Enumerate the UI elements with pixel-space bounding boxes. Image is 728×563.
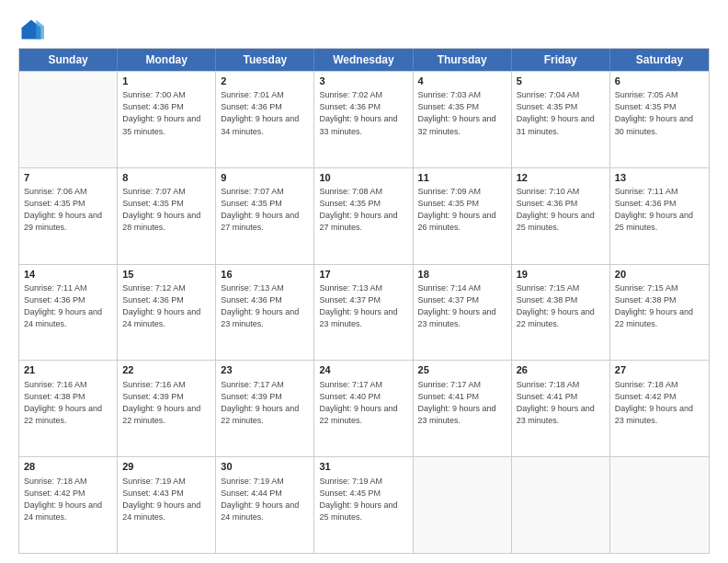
cell-info: Sunrise: 7:07 AMSunset: 4:35 PMDaylight:… bbox=[221, 186, 309, 234]
day-number: 22 bbox=[122, 363, 210, 377]
day-cell-14: 14Sunrise: 7:11 AMSunset: 4:36 PMDayligh… bbox=[19, 265, 118, 361]
weekday-header-thursday: Thursday bbox=[414, 49, 512, 71]
day-number: 13 bbox=[615, 171, 704, 185]
day-number: 29 bbox=[122, 460, 210, 474]
day-cell-20: 20Sunrise: 7:15 AMSunset: 4:38 PMDayligh… bbox=[610, 265, 709, 361]
cell-info: Sunrise: 7:14 AMSunset: 4:37 PMDaylight:… bbox=[418, 282, 506, 330]
day-number: 24 bbox=[319, 363, 407, 377]
day-cell-5: 5Sunrise: 7:04 AMSunset: 4:35 PMDaylight… bbox=[512, 72, 610, 167]
day-cell-13: 13Sunrise: 7:11 AMSunset: 4:36 PMDayligh… bbox=[610, 168, 709, 264]
empty-cell-4-5 bbox=[512, 457, 610, 553]
day-number: 1 bbox=[122, 75, 210, 88]
day-number: 27 bbox=[615, 363, 704, 377]
logo-icon bbox=[18, 17, 44, 42]
cell-info: Sunrise: 7:12 AMSunset: 4:36 PMDaylight:… bbox=[122, 282, 210, 330]
weekday-header-monday: Monday bbox=[118, 49, 216, 71]
day-number: 8 bbox=[122, 171, 210, 185]
day-number: 12 bbox=[517, 171, 605, 185]
svg-marker-1 bbox=[36, 20, 44, 40]
weekday-header-tuesday: Tuesday bbox=[216, 49, 314, 71]
page: SundayMondayTuesdayWednesdayThursdayFrid… bbox=[0, 0, 728, 563]
day-cell-2: 2Sunrise: 7:01 AMSunset: 4:36 PMDaylight… bbox=[216, 72, 314, 167]
day-number: 20 bbox=[615, 268, 704, 282]
day-cell-27: 27Sunrise: 7:18 AMSunset: 4:42 PMDayligh… bbox=[610, 361, 709, 456]
day-cell-11: 11Sunrise: 7:09 AMSunset: 4:35 PMDayligh… bbox=[414, 168, 512, 264]
day-number: 11 bbox=[418, 171, 506, 185]
day-number: 26 bbox=[517, 363, 605, 377]
calendar-header: SundayMondayTuesdayWednesdayThursdayFrid… bbox=[19, 49, 709, 71]
day-number: 23 bbox=[221, 363, 309, 377]
calendar-row-1: 7Sunrise: 7:06 AMSunset: 4:35 PMDaylight… bbox=[19, 167, 709, 264]
cell-info: Sunrise: 7:11 AMSunset: 4:36 PMDaylight:… bbox=[24, 282, 112, 330]
day-number: 14 bbox=[24, 268, 112, 282]
day-number: 30 bbox=[221, 460, 309, 474]
cell-info: Sunrise: 7:16 AMSunset: 4:39 PMDaylight:… bbox=[122, 379, 210, 427]
calendar-row-3: 21Sunrise: 7:16 AMSunset: 4:38 PMDayligh… bbox=[19, 360, 709, 456]
cell-info: Sunrise: 7:17 AMSunset: 4:40 PMDaylight:… bbox=[319, 379, 407, 427]
day-cell-31: 31Sunrise: 7:19 AMSunset: 4:45 PMDayligh… bbox=[314, 457, 413, 553]
cell-info: Sunrise: 7:08 AMSunset: 4:35 PMDaylight:… bbox=[319, 186, 407, 234]
day-cell-8: 8Sunrise: 7:07 AMSunset: 4:35 PMDaylight… bbox=[118, 168, 216, 264]
cell-info: Sunrise: 7:17 AMSunset: 4:39 PMDaylight:… bbox=[221, 379, 309, 427]
day-number: 21 bbox=[24, 363, 112, 377]
day-cell-25: 25Sunrise: 7:17 AMSunset: 4:41 PMDayligh… bbox=[414, 361, 512, 456]
day-cell-16: 16Sunrise: 7:13 AMSunset: 4:36 PMDayligh… bbox=[216, 265, 314, 361]
calendar-row-4: 28Sunrise: 7:18 AMSunset: 4:42 PMDayligh… bbox=[19, 456, 709, 553]
day-number: 10 bbox=[319, 171, 407, 185]
cell-info: Sunrise: 7:07 AMSunset: 4:35 PMDaylight:… bbox=[122, 186, 210, 234]
day-cell-30: 30Sunrise: 7:19 AMSunset: 4:44 PMDayligh… bbox=[216, 457, 314, 553]
day-number: 16 bbox=[221, 268, 309, 282]
weekday-header-sunday: Sunday bbox=[19, 49, 118, 71]
day-cell-7: 7Sunrise: 7:06 AMSunset: 4:35 PMDaylight… bbox=[19, 168, 118, 264]
day-number: 5 bbox=[517, 75, 605, 88]
cell-info: Sunrise: 7:17 AMSunset: 4:41 PMDaylight:… bbox=[418, 379, 506, 427]
cell-info: Sunrise: 7:02 AMSunset: 4:36 PMDaylight:… bbox=[319, 89, 407, 137]
day-number: 19 bbox=[517, 268, 605, 282]
cell-info: Sunrise: 7:18 AMSunset: 4:42 PMDaylight:… bbox=[24, 476, 112, 523]
day-cell-26: 26Sunrise: 7:18 AMSunset: 4:41 PMDayligh… bbox=[512, 361, 610, 456]
cell-info: Sunrise: 7:18 AMSunset: 4:41 PMDaylight:… bbox=[517, 379, 605, 427]
day-number: 4 bbox=[418, 75, 506, 88]
cell-info: Sunrise: 7:15 AMSunset: 4:38 PMDaylight:… bbox=[615, 282, 704, 330]
day-number: 31 bbox=[319, 460, 407, 474]
day-cell-10: 10Sunrise: 7:08 AMSunset: 4:35 PMDayligh… bbox=[314, 168, 413, 264]
day-cell-22: 22Sunrise: 7:16 AMSunset: 4:39 PMDayligh… bbox=[118, 361, 216, 456]
cell-info: Sunrise: 7:19 AMSunset: 4:45 PMDaylight:… bbox=[319, 476, 407, 523]
cell-info: Sunrise: 7:06 AMSunset: 4:35 PMDaylight:… bbox=[24, 186, 112, 234]
day-cell-29: 29Sunrise: 7:19 AMSunset: 4:43 PMDayligh… bbox=[118, 457, 216, 553]
cell-info: Sunrise: 7:11 AMSunset: 4:36 PMDaylight:… bbox=[615, 186, 704, 234]
cell-info: Sunrise: 7:19 AMSunset: 4:43 PMDaylight:… bbox=[122, 476, 210, 523]
empty-cell-4-4 bbox=[414, 457, 512, 553]
day-cell-17: 17Sunrise: 7:13 AMSunset: 4:37 PMDayligh… bbox=[314, 265, 413, 361]
cell-info: Sunrise: 7:00 AMSunset: 4:36 PMDaylight:… bbox=[122, 89, 210, 137]
day-cell-6: 6Sunrise: 7:05 AMSunset: 4:35 PMDaylight… bbox=[610, 72, 709, 167]
logo bbox=[18, 17, 48, 42]
header bbox=[18, 17, 710, 42]
day-cell-9: 9Sunrise: 7:07 AMSunset: 4:35 PMDaylight… bbox=[216, 168, 314, 264]
day-number: 3 bbox=[319, 75, 407, 88]
day-cell-28: 28Sunrise: 7:18 AMSunset: 4:42 PMDayligh… bbox=[19, 457, 118, 553]
day-cell-24: 24Sunrise: 7:17 AMSunset: 4:40 PMDayligh… bbox=[314, 361, 413, 456]
cell-info: Sunrise: 7:16 AMSunset: 4:38 PMDaylight:… bbox=[24, 379, 112, 427]
day-cell-15: 15Sunrise: 7:12 AMSunset: 4:36 PMDayligh… bbox=[118, 265, 216, 361]
day-cell-19: 19Sunrise: 7:15 AMSunset: 4:38 PMDayligh… bbox=[512, 265, 610, 361]
day-cell-23: 23Sunrise: 7:17 AMSunset: 4:39 PMDayligh… bbox=[216, 361, 314, 456]
day-cell-21: 21Sunrise: 7:16 AMSunset: 4:38 PMDayligh… bbox=[19, 361, 118, 456]
day-number: 7 bbox=[24, 171, 112, 185]
cell-info: Sunrise: 7:01 AMSunset: 4:36 PMDaylight:… bbox=[221, 89, 309, 137]
day-number: 18 bbox=[418, 268, 506, 282]
empty-cell-0-0 bbox=[19, 72, 118, 167]
calendar-body: 1Sunrise: 7:00 AMSunset: 4:36 PMDaylight… bbox=[19, 71, 709, 553]
day-number: 17 bbox=[319, 268, 407, 282]
weekday-header-saturday: Saturday bbox=[610, 49, 709, 71]
cell-info: Sunrise: 7:10 AMSunset: 4:36 PMDaylight:… bbox=[517, 186, 605, 234]
day-number: 6 bbox=[615, 75, 704, 88]
weekday-header-friday: Friday bbox=[512, 49, 610, 71]
day-cell-4: 4Sunrise: 7:03 AMSunset: 4:35 PMDaylight… bbox=[414, 72, 512, 167]
empty-cell-4-6 bbox=[610, 457, 709, 553]
calendar: SundayMondayTuesdayWednesdayThursdayFrid… bbox=[18, 48, 710, 554]
day-cell-1: 1Sunrise: 7:00 AMSunset: 4:36 PMDaylight… bbox=[118, 72, 216, 167]
day-number: 9 bbox=[221, 171, 309, 185]
cell-info: Sunrise: 7:09 AMSunset: 4:35 PMDaylight:… bbox=[418, 186, 506, 234]
day-number: 25 bbox=[418, 363, 506, 377]
